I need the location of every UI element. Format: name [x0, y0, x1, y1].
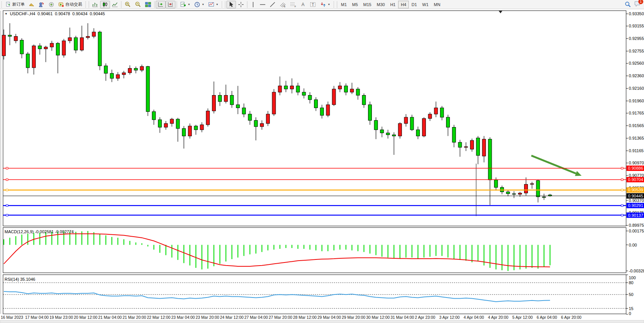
- candle-body: [524, 184, 528, 193]
- candlestick-chart-icon: [102, 2, 108, 8]
- hline-left-handle[interactable]: [6, 179, 8, 181]
- toolbar-grip[interactable]: [221, 2, 223, 8]
- tab-timeframe-m1[interactable]: M1: [338, 1, 349, 8]
- candlestick-chart-canvas[interactable]: 0.933500.931550.929550.927550.925600.923…: [0, 9, 644, 323]
- tab-timeframe-m5[interactable]: M5: [349, 1, 360, 8]
- time-axis-label[interactable]: 20 Mar 12:00: [74, 315, 97, 320]
- hline-left-handle[interactable]: [6, 167, 8, 169]
- notifications-button[interactable]: 1: [634, 1, 641, 8]
- candle-body: [518, 193, 522, 194]
- candle-body: [26, 54, 30, 68]
- periods-button[interactable]: ▼: [192, 1, 206, 8]
- search-icon[interactable]: [625, 1, 631, 8]
- candle-body: [488, 139, 492, 180]
- cursor-button[interactable]: [226, 1, 236, 8]
- bar-chart-button[interactable]: [90, 1, 100, 8]
- time-axis-label[interactable]: 31 Mar 04:00: [391, 315, 414, 320]
- tile-windows-icon: [145, 2, 151, 8]
- trendline-button[interactable]: [268, 1, 277, 8]
- time-axis-label[interactable]: 4 Apr 04:00: [464, 315, 484, 320]
- horizontal-line-button[interactable]: [258, 1, 268, 8]
- toolbar-grip[interactable]: [333, 2, 335, 8]
- candle-body: [152, 111, 156, 119]
- time-axis-label[interactable]: 4 Apr 20:00: [488, 315, 509, 320]
- indicators-button[interactable]: ▼: [178, 1, 192, 8]
- text-label-button[interactable]: T: [308, 1, 318, 8]
- time-axis-label[interactable]: 6 Apr 04:00: [537, 315, 557, 320]
- tab-timeframe-d1[interactable]: D1: [409, 1, 419, 8]
- chart-shift-button[interactable]: [166, 1, 175, 8]
- price-tick-label: 0.92560: [629, 61, 644, 65]
- tab-timeframe-mn[interactable]: MN: [431, 1, 443, 8]
- zoom-in-button[interactable]: [123, 1, 133, 8]
- time-axis-label[interactable]: 16 Mar 2023: [1, 315, 23, 320]
- sound-button[interactable]: [46, 1, 56, 8]
- tab-timeframe-h4[interactable]: H4: [398, 1, 409, 8]
- arrows-button[interactable]: ▼: [318, 1, 332, 8]
- hline-right-handle[interactable]: [621, 179, 623, 181]
- auto-trading-button[interactable]: 自动交易: [56, 1, 84, 8]
- macd-pane[interactable]: [3, 228, 626, 273]
- vertical-line-button[interactable]: [249, 1, 258, 8]
- toolbar-grip[interactable]: [1, 2, 3, 8]
- time-axis-label[interactable]: 23 Mar 20:00: [196, 315, 219, 320]
- time-axis-label[interactable]: 28 Mar 12:00: [293, 315, 317, 320]
- time-axis-label[interactable]: 19 Mar 23:00: [49, 315, 73, 320]
- time-axis-label[interactable]: 2 Apr 23:00: [415, 315, 435, 320]
- toolbar-grip[interactable]: [85, 2, 87, 8]
- time-axis-label[interactable]: 24 Mar 12:00: [220, 315, 244, 320]
- arrows-dropdown-caret[interactable]: ▼: [328, 3, 330, 6]
- fibonacci-button[interactable]: F: [288, 1, 299, 8]
- tab-timeframe-m15[interactable]: M15: [360, 1, 374, 8]
- candle-body: [212, 95, 215, 111]
- price-tick-label: 0.92955: [629, 36, 644, 41]
- market-watch-button[interactable]: [27, 1, 37, 8]
- tab-timeframe-m30[interactable]: M30: [374, 1, 387, 8]
- tab-timeframe-h1[interactable]: H1: [387, 1, 398, 8]
- time-axis-label[interactable]: 30 Mar 12:00: [366, 315, 390, 320]
- toolbar-separator: [89, 1, 89, 8]
- time-axis-label[interactable]: 3 Apr 12:00: [439, 315, 460, 320]
- periods-dropdown-caret[interactable]: ▼: [202, 3, 204, 6]
- time-axis-label[interactable]: 17 Mar 04:00: [25, 315, 49, 320]
- tile-windows-button[interactable]: [143, 1, 153, 8]
- candlestick-chart-button[interactable]: [100, 1, 110, 8]
- hline-right-handle[interactable]: [621, 205, 623, 207]
- zoom-out-button[interactable]: [133, 1, 143, 8]
- candle-body: [320, 108, 324, 115]
- time-axis-label[interactable]: 21 Mar 04:00: [98, 315, 122, 320]
- hline-left-handle[interactable]: [6, 205, 8, 207]
- templates-dropdown-caret[interactable]: ▼: [216, 3, 218, 6]
- time-axis-label[interactable]: 23 Mar 04:00: [171, 315, 195, 320]
- hline-left-handle[interactable]: [6, 189, 8, 191]
- rsi-pane[interactable]: [3, 275, 626, 314]
- data-window-button[interactable]: [37, 1, 46, 8]
- hline-right-handle[interactable]: [621, 167, 623, 169]
- line-chart-button[interactable]: [110, 1, 120, 8]
- chevron-down-icon[interactable]: ▼: [5, 12, 8, 16]
- templates-button[interactable]: ▼: [206, 1, 220, 8]
- time-axis-label[interactable]: 21 Mar 20:00: [123, 315, 146, 320]
- time-axis-label[interactable]: 27 Mar 20:00: [269, 315, 292, 320]
- time-axis-label[interactable]: 6 Apr 20:00: [561, 315, 582, 320]
- price-tick-label: 0.92360: [629, 73, 644, 78]
- main-pane[interactable]: [3, 11, 626, 226]
- horizontal-line-icon: [260, 2, 266, 8]
- new-order-button[interactable]: 新订单: [3, 1, 27, 8]
- auto-scroll-button[interactable]: [156, 1, 166, 8]
- time-axis-label[interactable]: 5 Apr 12:00: [512, 315, 533, 320]
- crosshair-button[interactable]: [236, 1, 246, 8]
- time-axis-label[interactable]: 29 Mar 20:00: [342, 315, 365, 320]
- chart-area[interactable]: ▼ USDCHF-,H4 0.90461 0.90478 0.90434 0.9…: [0, 9, 644, 323]
- hline-right-handle[interactable]: [621, 214, 623, 216]
- time-axis-label[interactable]: 29 Mar 04:00: [317, 315, 341, 320]
- candle-body: [80, 38, 84, 50]
- tab-timeframe-w1[interactable]: W1: [419, 1, 431, 8]
- time-axis-label[interactable]: 27 Mar 04:00: [244, 315, 268, 320]
- text-button[interactable]: A: [299, 1, 308, 8]
- equidistant-channel-button[interactable]: E: [277, 1, 288, 8]
- hline-right-handle[interactable]: [621, 189, 623, 191]
- indicators-dropdown-caret[interactable]: ▼: [188, 3, 190, 6]
- time-axis-label[interactable]: 22 Mar 12:00: [147, 315, 171, 320]
- hline-left-handle[interactable]: [6, 214, 8, 216]
